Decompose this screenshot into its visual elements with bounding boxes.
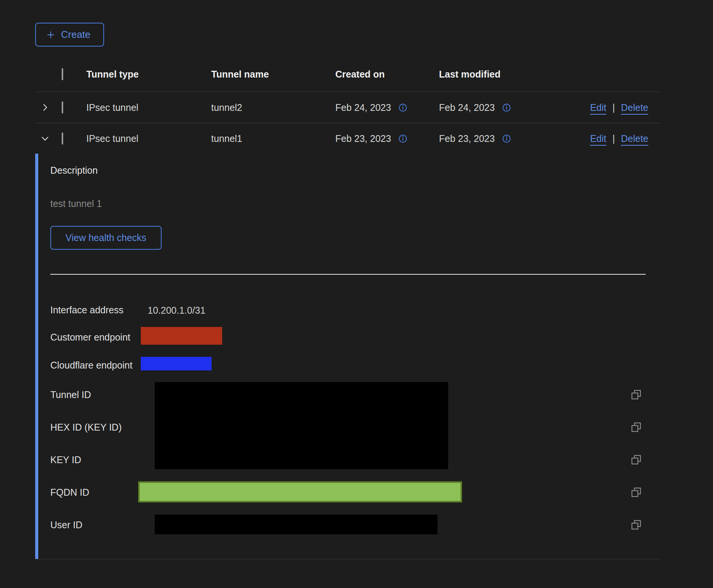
field-row: User ID xyxy=(50,518,83,531)
copy-icon[interactable] xyxy=(630,487,642,498)
field-row: Cloudflare endpoint xyxy=(50,359,132,372)
expanded-tunnel-panel: Description test tunnel 1 View health ch… xyxy=(35,154,660,559)
edit-link[interactable]: Edit xyxy=(590,102,606,113)
field-label: KEY ID xyxy=(50,454,81,465)
field-label: Interface address xyxy=(50,305,123,316)
fqdn-redaction-block xyxy=(138,481,462,502)
field-row: HEX ID (KEY ID) xyxy=(50,421,121,434)
create-button-label: Create xyxy=(61,29,90,40)
copy-icon[interactable] xyxy=(630,422,642,433)
field-label: Tunnel ID xyxy=(50,389,91,400)
column-header-last-modified: Last modified xyxy=(439,69,556,80)
info-icon[interactable] xyxy=(399,134,407,143)
cell-last-modified: Feb 23, 2023 xyxy=(439,133,495,144)
action-separator: | xyxy=(612,102,615,113)
ids-redaction-block xyxy=(155,382,448,469)
cell-tunnel-name: tunnel1 xyxy=(211,133,335,144)
field-row: Interface address xyxy=(50,303,123,316)
section-divider xyxy=(50,274,646,275)
cell-created-on: Feb 24, 2023 xyxy=(335,102,391,113)
select-all-checkbox[interactable] xyxy=(62,68,63,80)
cell-last-modified: Feb 24, 2023 xyxy=(439,102,495,113)
column-header-tunnel-name: Tunnel name xyxy=(211,69,335,80)
row-checkbox[interactable] xyxy=(62,132,63,145)
description-label: Description xyxy=(50,165,98,176)
field-label: User ID xyxy=(50,520,83,530)
table-row: IPsec tunnel tunnel1 Feb 23, 2023 Feb 23… xyxy=(35,123,660,154)
field-row: FQDN ID xyxy=(50,486,89,499)
column-header-created-on: Created on xyxy=(335,69,439,80)
create-button[interactable]: Create xyxy=(35,23,104,47)
description-value: test tunnel 1 xyxy=(50,198,102,209)
field-row: Tunnel ID xyxy=(50,388,91,401)
copy-icon[interactable] xyxy=(630,519,642,530)
view-health-checks-button[interactable]: View health checks xyxy=(50,226,162,250)
expand-row-button[interactable] xyxy=(35,103,62,112)
copy-icon[interactable] xyxy=(630,454,642,465)
copy-icon[interactable] xyxy=(630,389,642,400)
cell-tunnel-type: IPsec tunnel xyxy=(86,133,211,144)
customer-endpoint-redaction xyxy=(141,327,222,345)
info-icon[interactable] xyxy=(399,103,407,112)
field-row: KEY ID xyxy=(50,453,81,466)
info-icon[interactable] xyxy=(502,134,511,143)
cell-tunnel-name: tunnel2 xyxy=(211,102,335,113)
plus-icon xyxy=(46,30,56,40)
table-header: Tunnel type Tunnel name Created on Last … xyxy=(35,57,660,92)
edit-link[interactable]: Edit xyxy=(590,133,606,144)
delete-link[interactable]: Delete xyxy=(621,133,648,144)
field-label: HEX ID (KEY ID) xyxy=(50,422,121,433)
table-row: IPsec tunnel tunnel2 Feb 24, 2023 Feb 24… xyxy=(35,92,660,123)
row-checkbox[interactable] xyxy=(62,101,63,114)
field-row: Customer endpoint xyxy=(50,331,130,344)
action-separator: | xyxy=(612,133,615,144)
chevron-right-icon xyxy=(40,103,50,112)
tunnels-page: Create Tunnel type Tunnel name Created o… xyxy=(0,0,713,588)
delete-link[interactable]: Delete xyxy=(621,102,648,113)
cell-tunnel-type: IPsec tunnel xyxy=(86,102,211,113)
field-label: Cloudflare endpoint xyxy=(50,360,132,371)
collapse-row-button[interactable] xyxy=(35,134,62,143)
cloudflare-endpoint-redaction xyxy=(141,357,212,370)
info-icon[interactable] xyxy=(502,103,511,112)
chevron-down-icon xyxy=(40,134,50,143)
field-label: FQDN ID xyxy=(50,487,89,498)
field-label: Customer endpoint xyxy=(50,332,130,343)
expansion-indicator-bar xyxy=(35,154,38,559)
tunnels-table: Tunnel type Tunnel name Created on Last … xyxy=(35,57,660,154)
user-id-redaction-block xyxy=(155,515,437,534)
cell-created-on: Feb 23, 2023 xyxy=(335,133,391,144)
interface-address-value: 10.200.1.0/31 xyxy=(148,305,205,316)
column-header-tunnel-type: Tunnel type xyxy=(86,69,211,80)
